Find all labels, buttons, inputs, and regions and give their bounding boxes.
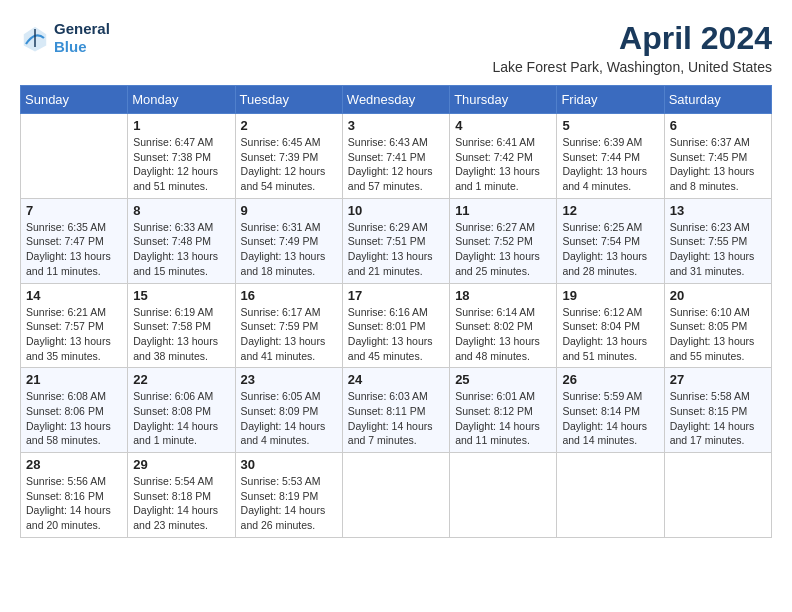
day-info: Sunrise: 6:16 AM Sunset: 8:01 PM Dayligh… (348, 305, 444, 364)
day-info: Sunrise: 6:39 AM Sunset: 7:44 PM Dayligh… (562, 135, 658, 194)
calendar-cell: 20Sunrise: 6:10 AM Sunset: 8:05 PM Dayli… (664, 283, 771, 368)
calendar-table: SundayMondayTuesdayWednesdayThursdayFrid… (20, 85, 772, 538)
day-number: 30 (241, 457, 337, 472)
calendar-cell (450, 453, 557, 538)
calendar-cell (557, 453, 664, 538)
calendar-week-row: 21Sunrise: 6:08 AM Sunset: 8:06 PM Dayli… (21, 368, 772, 453)
day-number: 26 (562, 372, 658, 387)
day-number: 4 (455, 118, 551, 133)
calendar-cell: 6Sunrise: 6:37 AM Sunset: 7:45 PM Daylig… (664, 114, 771, 199)
day-number: 6 (670, 118, 766, 133)
calendar-cell: 9Sunrise: 6:31 AM Sunset: 7:49 PM Daylig… (235, 198, 342, 283)
weekday-header: Wednesday (342, 86, 449, 114)
calendar-cell: 27Sunrise: 5:58 AM Sunset: 8:15 PM Dayli… (664, 368, 771, 453)
calendar-cell: 8Sunrise: 6:33 AM Sunset: 7:48 PM Daylig… (128, 198, 235, 283)
day-number: 13 (670, 203, 766, 218)
day-info: Sunrise: 6:25 AM Sunset: 7:54 PM Dayligh… (562, 220, 658, 279)
calendar-cell: 26Sunrise: 5:59 AM Sunset: 8:14 PM Dayli… (557, 368, 664, 453)
day-number: 25 (455, 372, 551, 387)
day-info: Sunrise: 6:06 AM Sunset: 8:08 PM Dayligh… (133, 389, 229, 448)
calendar-cell: 23Sunrise: 6:05 AM Sunset: 8:09 PM Dayli… (235, 368, 342, 453)
calendar-cell: 4Sunrise: 6:41 AM Sunset: 7:42 PM Daylig… (450, 114, 557, 199)
day-info: Sunrise: 6:41 AM Sunset: 7:42 PM Dayligh… (455, 135, 551, 194)
calendar-cell: 19Sunrise: 6:12 AM Sunset: 8:04 PM Dayli… (557, 283, 664, 368)
day-number: 28 (26, 457, 122, 472)
day-number: 27 (670, 372, 766, 387)
calendar-header: SundayMondayTuesdayWednesdayThursdayFrid… (21, 86, 772, 114)
day-number: 11 (455, 203, 551, 218)
calendar-cell: 12Sunrise: 6:25 AM Sunset: 7:54 PM Dayli… (557, 198, 664, 283)
day-number: 5 (562, 118, 658, 133)
day-number: 19 (562, 288, 658, 303)
calendar-cell: 15Sunrise: 6:19 AM Sunset: 7:58 PM Dayli… (128, 283, 235, 368)
day-info: Sunrise: 6:03 AM Sunset: 8:11 PM Dayligh… (348, 389, 444, 448)
calendar-cell: 16Sunrise: 6:17 AM Sunset: 7:59 PM Dayli… (235, 283, 342, 368)
calendar-week-row: 1Sunrise: 6:47 AM Sunset: 7:38 PM Daylig… (21, 114, 772, 199)
month-title: April 2024 (492, 20, 772, 57)
calendar-cell: 17Sunrise: 6:16 AM Sunset: 8:01 PM Dayli… (342, 283, 449, 368)
day-number: 8 (133, 203, 229, 218)
title-area: April 2024 Lake Forest Park, Washington,… (492, 20, 772, 75)
day-info: Sunrise: 6:12 AM Sunset: 8:04 PM Dayligh… (562, 305, 658, 364)
calendar-cell (21, 114, 128, 199)
calendar-cell: 13Sunrise: 6:23 AM Sunset: 7:55 PM Dayli… (664, 198, 771, 283)
day-info: Sunrise: 5:59 AM Sunset: 8:14 PM Dayligh… (562, 389, 658, 448)
logo-text: General Blue (54, 20, 110, 56)
day-number: 1 (133, 118, 229, 133)
calendar-cell: 28Sunrise: 5:56 AM Sunset: 8:16 PM Dayli… (21, 453, 128, 538)
day-info: Sunrise: 6:23 AM Sunset: 7:55 PM Dayligh… (670, 220, 766, 279)
weekday-header: Thursday (450, 86, 557, 114)
calendar-cell: 29Sunrise: 5:54 AM Sunset: 8:18 PM Dayli… (128, 453, 235, 538)
calendar-cell (664, 453, 771, 538)
day-info: Sunrise: 6:08 AM Sunset: 8:06 PM Dayligh… (26, 389, 122, 448)
calendar-cell: 3Sunrise: 6:43 AM Sunset: 7:41 PM Daylig… (342, 114, 449, 199)
day-number: 20 (670, 288, 766, 303)
calendar-cell: 11Sunrise: 6:27 AM Sunset: 7:52 PM Dayli… (450, 198, 557, 283)
calendar-cell (342, 453, 449, 538)
weekday-header: Saturday (664, 86, 771, 114)
day-info: Sunrise: 6:21 AM Sunset: 7:57 PM Dayligh… (26, 305, 122, 364)
calendar-cell: 5Sunrise: 6:39 AM Sunset: 7:44 PM Daylig… (557, 114, 664, 199)
day-number: 12 (562, 203, 658, 218)
day-info: Sunrise: 6:01 AM Sunset: 8:12 PM Dayligh… (455, 389, 551, 448)
day-info: Sunrise: 6:05 AM Sunset: 8:09 PM Dayligh… (241, 389, 337, 448)
calendar-week-row: 14Sunrise: 6:21 AM Sunset: 7:57 PM Dayli… (21, 283, 772, 368)
calendar-cell: 22Sunrise: 6:06 AM Sunset: 8:08 PM Dayli… (128, 368, 235, 453)
calendar-cell: 10Sunrise: 6:29 AM Sunset: 7:51 PM Dayli… (342, 198, 449, 283)
day-number: 29 (133, 457, 229, 472)
day-number: 14 (26, 288, 122, 303)
calendar-body: 1Sunrise: 6:47 AM Sunset: 7:38 PM Daylig… (21, 114, 772, 538)
day-number: 16 (241, 288, 337, 303)
day-info: Sunrise: 6:37 AM Sunset: 7:45 PM Dayligh… (670, 135, 766, 194)
day-info: Sunrise: 5:54 AM Sunset: 8:18 PM Dayligh… (133, 474, 229, 533)
day-info: Sunrise: 6:33 AM Sunset: 7:48 PM Dayligh… (133, 220, 229, 279)
weekday-header: Friday (557, 86, 664, 114)
day-info: Sunrise: 6:29 AM Sunset: 7:51 PM Dayligh… (348, 220, 444, 279)
calendar-cell: 30Sunrise: 5:53 AM Sunset: 8:19 PM Dayli… (235, 453, 342, 538)
day-number: 10 (348, 203, 444, 218)
day-number: 24 (348, 372, 444, 387)
calendar-cell: 1Sunrise: 6:47 AM Sunset: 7:38 PM Daylig… (128, 114, 235, 199)
day-number: 18 (455, 288, 551, 303)
day-info: Sunrise: 5:53 AM Sunset: 8:19 PM Dayligh… (241, 474, 337, 533)
day-info: Sunrise: 6:43 AM Sunset: 7:41 PM Dayligh… (348, 135, 444, 194)
day-number: 22 (133, 372, 229, 387)
day-info: Sunrise: 6:27 AM Sunset: 7:52 PM Dayligh… (455, 220, 551, 279)
weekday-header: Sunday (21, 86, 128, 114)
calendar-cell: 21Sunrise: 6:08 AM Sunset: 8:06 PM Dayli… (21, 368, 128, 453)
page-header: General Blue April 2024 Lake Forest Park… (20, 20, 772, 75)
day-info: Sunrise: 6:14 AM Sunset: 8:02 PM Dayligh… (455, 305, 551, 364)
day-info: Sunrise: 6:17 AM Sunset: 7:59 PM Dayligh… (241, 305, 337, 364)
calendar-cell: 14Sunrise: 6:21 AM Sunset: 7:57 PM Dayli… (21, 283, 128, 368)
day-number: 7 (26, 203, 122, 218)
location: Lake Forest Park, Washington, United Sta… (492, 59, 772, 75)
weekday-header: Monday (128, 86, 235, 114)
day-number: 9 (241, 203, 337, 218)
weekday-header: Tuesday (235, 86, 342, 114)
weekday-row: SundayMondayTuesdayWednesdayThursdayFrid… (21, 86, 772, 114)
calendar-week-row: 7Sunrise: 6:35 AM Sunset: 7:47 PM Daylig… (21, 198, 772, 283)
day-info: Sunrise: 6:47 AM Sunset: 7:38 PM Dayligh… (133, 135, 229, 194)
day-info: Sunrise: 6:31 AM Sunset: 7:49 PM Dayligh… (241, 220, 337, 279)
day-number: 15 (133, 288, 229, 303)
day-number: 17 (348, 288, 444, 303)
